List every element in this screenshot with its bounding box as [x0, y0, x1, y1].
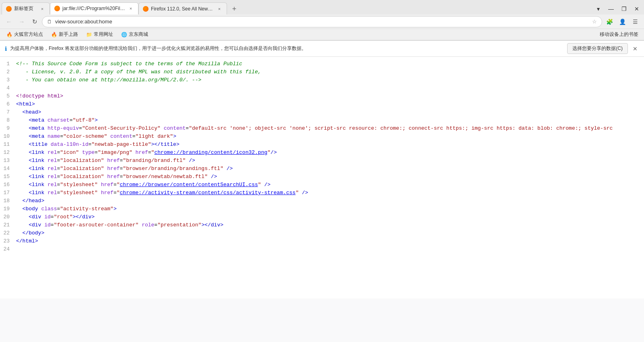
line-num-11: 11	[0, 141, 16, 149]
extensions-button[interactable]: 🧩	[604, 16, 615, 27]
bookmark-newbie[interactable]: 🔥 新手上路	[48, 30, 81, 39]
line-content-11: <title data-l10n-id="newtab-page-title">…	[16, 141, 644, 149]
code-line-2: 2 - License, v. 2.0. If a copy of the MP…	[0, 68, 644, 76]
line-content-16: <link rel="stylesheet" href="chrome://br…	[16, 181, 644, 189]
code-line-19: 19 <body class="activity-stream">	[0, 205, 644, 213]
tab-favicon-newtab	[6, 6, 12, 12]
toolbar-actions: 🧩 👤 ☰	[604, 16, 641, 27]
account-button[interactable]: 👤	[617, 16, 628, 27]
tabs-dropdown-button[interactable]: ▾	[592, 3, 604, 15]
bookmark-firefox-icon: 🔥	[6, 32, 12, 37]
tab-label-news: Firefox 112.0, See All New Fe...	[151, 6, 214, 12]
line-content-7: <head>	[16, 108, 644, 116]
tab-favicon-jar	[54, 6, 60, 11]
navigation-toolbar: ← → ↻ 🗒 view-source:about:home ☆ 🧩 👤 ☰	[0, 15, 644, 29]
line-content-6: <html>	[16, 100, 644, 108]
tab-favicon-news	[143, 6, 149, 12]
bookmark-firefox-official[interactable]: 🔥 火狐官方站点	[3, 30, 46, 39]
line-num-24: 24	[0, 245, 16, 253]
bookmark-firefox-label: 火狐官方站点	[14, 31, 43, 38]
bookmark-jd-label: 京东商城	[129, 31, 148, 38]
info-bar-text: 为提高用户体验，Firefox 将发送部分功能的使用情况给我们，用于进一步优化火…	[10, 45, 564, 52]
line-content-22: </body>	[16, 229, 644, 237]
code-line-17: 17 <link rel="stylesheet" href="chrome:/…	[0, 189, 644, 197]
bookmark-newbie-icon: 🔥	[51, 32, 57, 37]
line-num-22: 22	[0, 229, 16, 237]
tabs-right-controls: ▾ — ❐ ✕	[592, 3, 642, 15]
line-num-13: 13	[0, 157, 16, 165]
tab-jar[interactable]: jar:file:///C:/Program%20Files/M... ×	[50, 2, 138, 15]
bookmark-jd[interactable]: 🌐 京东商城	[118, 30, 151, 39]
bookmark-common-label: 常用网址	[94, 31, 113, 38]
line-content-19: <body class="activity-stream">	[16, 205, 644, 213]
bookmark-jd-icon: 🌐	[121, 32, 127, 37]
line-num-17: 17	[0, 189, 16, 197]
tab-firefox-news[interactable]: Firefox 112.0, See All New Fe... ×	[138, 2, 227, 15]
line-content-3: - You can obtain one at http://mozilla.o…	[16, 76, 644, 84]
line-content-14: <link rel="localization" href="browser/b…	[16, 165, 644, 173]
line-num-19: 19	[0, 205, 16, 213]
menu-button[interactable]: ☰	[630, 16, 641, 27]
info-bar: ℹ 为提高用户体验，Firefox 将发送部分功能的使用情况给我们，用于进一步优…	[0, 41, 644, 57]
line-num-7: 7	[0, 108, 16, 116]
refresh-button[interactable]: ↻	[29, 16, 40, 27]
line-num-18: 18	[0, 197, 16, 205]
code-line-16: 16 <link rel="stylesheet" href="chrome:/…	[0, 181, 644, 189]
line-content-24	[16, 245, 644, 253]
code-line-13: 13 <link rel="localization" href="brandi…	[0, 157, 644, 165]
tab-newtab[interactable]: 新标签页 ×	[2, 2, 50, 15]
code-line-24: 24	[0, 245, 644, 253]
code-line-20: 20 <div id="root"></div>	[0, 213, 644, 221]
line-num-9: 9	[0, 124, 16, 133]
line-content-13: <link rel="localization" href="branding/…	[16, 157, 644, 165]
back-button[interactable]: ←	[3, 16, 14, 27]
info-icon: ℹ	[5, 46, 7, 52]
line-num-2: 2	[0, 68, 16, 76]
line-content-2: - License, v. 2.0. If a copy of the MPL …	[16, 68, 644, 76]
line-content-4	[16, 84, 644, 92]
code-line-8: 8 <meta charset="utf-8">	[0, 116, 644, 124]
line-content-23: </html>	[16, 237, 644, 245]
mobile-bookmarks-button[interactable]: 移动设备上的书签	[597, 30, 641, 39]
tab-label-jar: jar:file:///C:/Program%20Files/M...	[62, 6, 125, 11]
address-bar[interactable]: 🗒 view-source:about:home ☆	[42, 16, 602, 27]
code-line-11: 11 <title data-l10n-id="newtab-page-titl…	[0, 141, 644, 149]
bookmark-common-sites[interactable]: 📁 常用网址	[83, 30, 116, 39]
line-num-12: 12	[0, 149, 16, 157]
link-icon32[interactable]: chrome://branding/content/icon32.png	[154, 149, 267, 155]
code-line-3: 3 - You can obtain one at http://mozilla…	[0, 76, 644, 84]
browser-chrome: 新标签页 × jar:file:///C:/Program%20Files/M.…	[0, 0, 644, 41]
code-line-5: 5 <!doctype html>	[0, 92, 644, 100]
tab-close-news[interactable]: ×	[216, 6, 223, 12]
tab-label-newtab: 新标签页	[14, 5, 37, 12]
line-num-21: 21	[0, 221, 16, 229]
forward-button[interactable]: →	[16, 16, 27, 27]
line-content-5: <!doctype html>	[16, 92, 644, 100]
bookmark-star-icon[interactable]: ☆	[592, 19, 597, 25]
line-num-16: 16	[0, 181, 16, 189]
code-line-21: 21 <div id="footer-asrouter-container" r…	[0, 221, 644, 229]
new-tab-button[interactable]: +	[229, 3, 240, 15]
line-content-10: <meta name="color-scheme" content="light…	[16, 133, 644, 141]
code-line-23: 23 </html>	[0, 237, 644, 245]
code-line-22: 22 </body>	[0, 229, 644, 237]
link-search-css[interactable]: chrome://browser/content/contentSearchUI…	[120, 182, 258, 188]
info-bar-close-button[interactable]: ✕	[631, 45, 639, 53]
line-num-1: 1	[0, 60, 16, 68]
share-data-button[interactable]: 选择您要分享的数据(C)	[567, 43, 628, 54]
line-content-12: <link rel="icon" type="image/png" href="…	[16, 149, 644, 157]
browser-window: 新标签页 × jar:file:///C:/Program%20Files/M.…	[0, 0, 644, 298]
address-bar-page-icon: 🗒	[47, 19, 52, 25]
tab-close-newtab[interactable]: ×	[39, 6, 45, 12]
restore-button[interactable]: ❐	[618, 3, 630, 15]
link-activity-stream-css[interactable]: chrome://activity-stream/content/css/act…	[120, 190, 296, 196]
tab-close-jar[interactable]: ×	[128, 5, 134, 12]
line-content-1: <!-- This Source Code Form is subject to…	[16, 60, 644, 68]
line-content-17: <link rel="stylesheet" href="chrome://ac…	[16, 189, 644, 197]
line-num-20: 20	[0, 213, 16, 221]
line-num-15: 15	[0, 173, 16, 181]
code-line-10: 10 <meta name="color-scheme" content="li…	[0, 133, 644, 141]
close-window-button[interactable]: ✕	[631, 3, 642, 15]
line-num-8: 8	[0, 116, 16, 124]
minimize-button[interactable]: —	[605, 3, 617, 15]
